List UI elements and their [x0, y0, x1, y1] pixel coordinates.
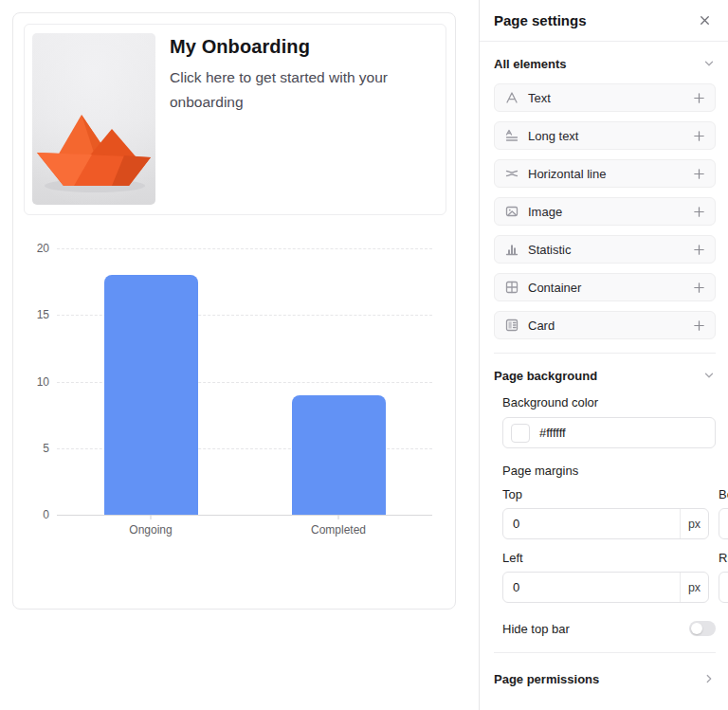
- hide-top-bar-row: Hide top bar: [502, 618, 716, 639]
- gridline-20: [57, 248, 432, 249]
- panel-body: All elements Text Long text Horizontal l…: [480, 42, 728, 693]
- margin-label-bottom: Bottom: [719, 487, 728, 501]
- y-axis-tick-15: 15: [13, 308, 49, 321]
- toggle-knob: [691, 623, 702, 634]
- statistic-icon: [504, 242, 519, 257]
- page-background-label: Page background: [494, 369, 597, 383]
- onboarding-card[interactable]: My Onboarding Click here to get started …: [24, 24, 446, 215]
- element-row-label: Statistic: [528, 243, 572, 257]
- element-row-label: Text: [528, 91, 551, 105]
- card-title: My Onboarding: [170, 36, 445, 58]
- element-row-horizontal-line[interactable]: Horizontal line: [494, 159, 716, 188]
- hide-top-bar-label: Hide top bar: [502, 622, 570, 636]
- margin-field-right: Right px: [719, 551, 728, 603]
- container-icon: [504, 280, 519, 295]
- add-element-button[interactable]: [692, 129, 706, 143]
- plus-icon: [692, 243, 706, 257]
- element-row-statistic[interactable]: Statistic: [494, 235, 716, 264]
- y-axis-tick-20: 20: [13, 242, 49, 255]
- bar-ongoing: [104, 275, 198, 515]
- y-axis-tick-10: 10: [13, 375, 49, 389]
- add-element-button[interactable]: [692, 243, 706, 257]
- background-color-value: #ffffff: [539, 426, 566, 440]
- add-element-button[interactable]: [692, 281, 706, 295]
- plus-icon: [692, 281, 706, 295]
- margin-label-top: Top: [502, 487, 709, 501]
- chevron-right-icon: [702, 672, 716, 685]
- margin-label-right: Right: [719, 551, 728, 565]
- page-canvas: My Onboarding Click here to get started …: [0, 0, 479, 710]
- all-elements-section-header[interactable]: All elements: [494, 53, 716, 74]
- x-axis-label-ongoing: Ongoing: [129, 523, 172, 537]
- image-icon: [504, 204, 519, 219]
- add-element-button[interactable]: [692, 319, 706, 333]
- onboarding-image: [32, 33, 155, 205]
- element-row-container[interactable]: Container: [494, 273, 716, 301]
- add-element-button[interactable]: [692, 205, 706, 219]
- unit-label: px: [680, 573, 708, 602]
- element-row-text[interactable]: Text: [494, 83, 716, 112]
- plus-icon: [692, 167, 706, 181]
- element-row-long-text[interactable]: Long text: [494, 121, 716, 150]
- background-color-field[interactable]: #ffffff: [502, 417, 716, 448]
- onboarding-card-text: My Onboarding Click here to get started …: [170, 36, 445, 115]
- plus-icon: [692, 129, 706, 143]
- statistic-bar-chart[interactable]: 05101520OngoingCompleted: [13, 235, 455, 548]
- chevron-down-icon: [702, 57, 716, 70]
- all-elements-label: All elements: [494, 57, 567, 71]
- page-builder: My Onboarding Click here to get started …: [0, 0, 728, 710]
- text-icon: [504, 90, 519, 105]
- element-row-card[interactable]: Card: [494, 311, 716, 339]
- panel-title: Page settings: [494, 12, 587, 28]
- close-button[interactable]: [696, 11, 714, 29]
- margin-field-bottom: Bottom px: [719, 487, 728, 539]
- long-text-icon: [504, 128, 519, 143]
- chart-plot-area: 05101520OngoingCompleted: [57, 248, 432, 516]
- divider: [494, 652, 716, 653]
- horizontal-line-icon: [504, 166, 519, 181]
- close-icon: [698, 13, 712, 27]
- color-swatch: [511, 424, 530, 443]
- paper-boat-illustration: [32, 33, 155, 205]
- element-row-label: Container: [528, 281, 581, 295]
- divider: [494, 353, 716, 354]
- margin-input-left[interactable]: [503, 573, 680, 602]
- margin-input-right[interactable]: [719, 573, 728, 602]
- background-color-label: Background color: [494, 395, 716, 410]
- hide-top-bar-toggle[interactable]: [689, 621, 716, 636]
- margin-input-bottom[interactable]: [719, 509, 728, 538]
- x-axis-label-completed: Completed: [311, 523, 366, 537]
- plus-icon: [692, 91, 706, 105]
- add-element-button[interactable]: [692, 167, 706, 181]
- margin-field-left: Left px: [502, 551, 709, 603]
- unit-label: px: [680, 509, 708, 538]
- add-element-button[interactable]: [692, 91, 706, 105]
- plus-icon: [692, 205, 706, 219]
- elements-list: Text Long text Horizontal line Image: [494, 83, 716, 339]
- page-settings-panel: Page settings All elements Text: [479, 0, 728, 710]
- page-margins-label: Page margins: [494, 464, 716, 478]
- page-permissions-row[interactable]: Page permissions: [494, 664, 716, 693]
- page-permissions-label: Page permissions: [494, 672, 599, 686]
- chevron-down-icon: [702, 369, 716, 382]
- plus-icon: [692, 319, 706, 333]
- bar-completed: [292, 395, 386, 515]
- page-container: My Onboarding Click here to get started …: [12, 12, 456, 610]
- margin-field-top: Top px: [502, 487, 709, 539]
- margin-input-top[interactable]: [503, 509, 680, 538]
- element-row-label: Image: [528, 205, 562, 219]
- x-axis-tick: [338, 515, 339, 519]
- x-axis-tick: [151, 515, 152, 519]
- element-row-image[interactable]: Image: [494, 197, 716, 226]
- y-axis-tick-5: 5: [13, 442, 49, 455]
- y-axis-tick-0: 0: [13, 508, 49, 521]
- page-margins-grid: Top px Bottom px Left px Right px: [502, 487, 716, 603]
- page-background-section-header[interactable]: Page background: [494, 365, 716, 386]
- element-row-label: Card: [528, 319, 555, 333]
- element-row-label: Horizontal line: [528, 167, 606, 181]
- card-subtitle: Click here to get started with your onbo…: [170, 65, 445, 115]
- margin-label-left: Left: [502, 551, 709, 565]
- panel-header: Page settings: [480, 0, 728, 42]
- card-icon: [504, 318, 519, 333]
- element-row-label: Long text: [528, 129, 579, 143]
